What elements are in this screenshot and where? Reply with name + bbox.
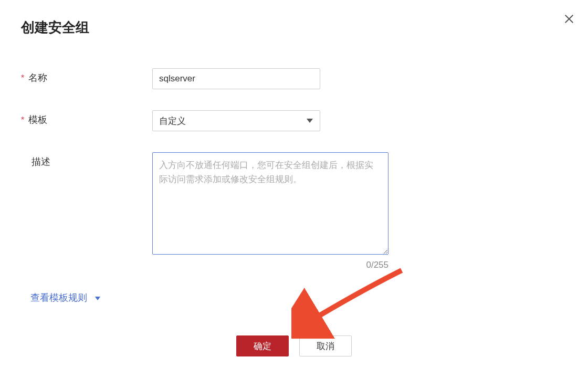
form-row-description: 描述 0/255 [21,152,567,270]
char-counter: 0/255 [152,260,388,270]
template-label-wrap: * 模板 [21,110,152,126]
template-selected-value: 自定义 [159,115,186,127]
view-rules-row: 查看模板规则 [21,291,567,304]
cancel-button[interactable]: 取消 [299,335,352,356]
template-control: 自定义 [152,110,320,131]
form-row-name: * 名称 [21,68,567,89]
description-textarea[interactable] [152,152,388,255]
svg-marker-5 [297,315,320,333]
view-template-rules-link[interactable]: 查看模板规则 [30,291,101,304]
name-label: 名称 [28,71,47,84]
required-mark: * [21,74,24,83]
required-mark: * [21,116,24,125]
confirm-button[interactable]: 确定 [236,335,289,356]
modal-title: 创建安全组 [21,18,567,37]
view-rules-label: 查看模板规则 [30,291,87,304]
description-label: 描述 [32,155,50,168]
svg-marker-3 [95,297,100,300]
svg-marker-2 [307,119,313,123]
name-input[interactable] [152,68,320,89]
name-control [152,68,320,89]
name-label-wrap: * 名称 [21,68,152,84]
caret-down-icon [94,292,101,303]
description-label-wrap: 描述 [21,152,152,168]
template-select[interactable]: 自定义 [152,110,320,131]
close-button[interactable] [563,13,575,27]
button-row: 确定 取消 [21,335,567,356]
create-security-group-modal: 创建安全组 * 名称 * 模板 自定义 [0,0,588,377]
description-control: 0/255 [152,152,388,270]
close-icon [563,13,575,25]
form-row-template: * 模板 自定义 [21,110,567,131]
caret-down-icon [306,116,313,126]
template-label: 模板 [28,113,47,126]
